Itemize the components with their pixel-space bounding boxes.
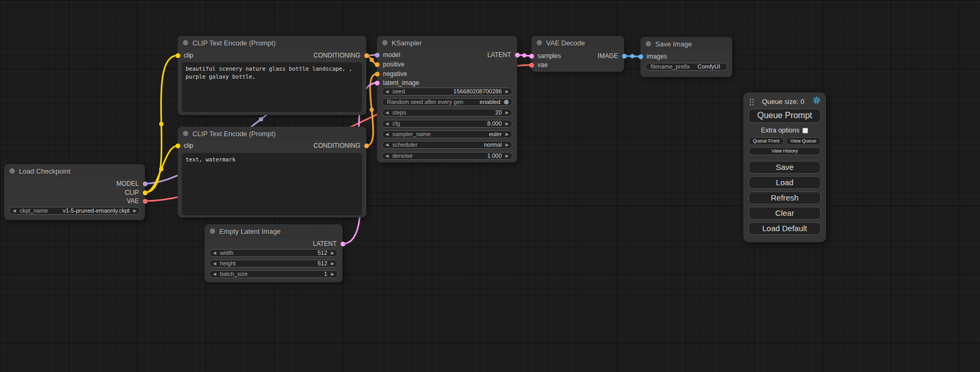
node-graph-canvas[interactable]: Load Checkpoint MODEL CLIP VAE ◀ ckpt_na…: [0, 0, 980, 372]
increment-arrow-icon[interactable]: ▶: [506, 141, 509, 148]
increment-arrow-icon[interactable]: ▶: [506, 152, 509, 159]
output-label: LATENT: [487, 51, 511, 59]
input-label: model: [383, 51, 401, 59]
image-output-port[interactable]: [622, 54, 627, 59]
conditioning-output-port[interactable]: [364, 53, 369, 58]
node-title: CLIP Text Encode (Prompt): [192, 130, 276, 138]
increment-arrow-icon[interactable]: ▶: [133, 207, 137, 214]
increment-arrow-icon[interactable]: ▶: [331, 260, 334, 267]
model-output-port[interactable]: [143, 182, 148, 186]
scheduler-combo-widget[interactable]: ◀ scheduler normal ▶: [382, 141, 512, 149]
drag-handle-icon[interactable]: [749, 98, 754, 106]
decrement-arrow-icon[interactable]: ◀: [385, 141, 389, 148]
filename-prefix-text-widget[interactable]: filename_prefix ComfyUI: [645, 63, 727, 71]
port-row: VAE: [127, 197, 145, 205]
node-collapse-dot-icon[interactable]: [183, 131, 188, 136]
node-load-checkpoint[interactable]: Load Checkpoint MODEL CLIP VAE ◀ ckpt_na…: [4, 164, 145, 220]
link-midpoint-dot: [159, 122, 163, 126]
decrement-arrow-icon[interactable]: ◀: [385, 131, 389, 138]
positive-prompt-textarea[interactable]: beautiful scenery nature glass bottle la…: [182, 62, 362, 112]
latent-image-input-port[interactable]: [375, 81, 380, 85]
widget-value: euler: [489, 131, 501, 138]
output-label: IMAGE: [598, 52, 618, 60]
steps-number-widget[interactable]: ◀ steps 20 ▶: [382, 109, 512, 117]
denoise-number-widget[interactable]: ◀ denoise 1.000 ▶: [382, 152, 512, 160]
widget-value: 512: [317, 260, 327, 267]
decrement-arrow-icon[interactable]: ◀: [385, 109, 389, 116]
refresh-button[interactable]: Refresh: [749, 192, 821, 204]
width-number-widget[interactable]: ◀ width 512 ▶: [209, 249, 338, 257]
save-button[interactable]: Save: [749, 161, 821, 174]
node-header[interactable]: Load Checkpoint: [4, 164, 145, 178]
model-input-port[interactable]: [375, 53, 380, 58]
port-row: MODEL: [117, 179, 145, 188]
seed-number-widget[interactable]: ◀ seed 156680208700286 ▶: [382, 88, 512, 96]
load-default-button[interactable]: Load Default: [749, 222, 821, 235]
queue-prompt-button[interactable]: Queue Prompt: [749, 109, 821, 123]
node-empty-latent-image[interactable]: Empty Latent Image LATENT ◀ width 512 ▶ …: [205, 224, 343, 282]
node-header[interactable]: KSampler: [377, 36, 517, 50]
cfg-number-widget[interactable]: ◀ cfg 8.000 ▶: [382, 120, 512, 128]
conditioning-output-port[interactable]: [364, 144, 369, 148]
port-row: LATENT: [487, 51, 517, 59]
node-collapse-dot-icon[interactable]: [382, 40, 387, 45]
queue-front-button[interactable]: Queue Front: [749, 137, 784, 145]
node-clip-text-encode-positive[interactable]: CLIP Text Encode (Prompt) clip CONDITION…: [178, 36, 366, 115]
node-collapse-dot-icon[interactable]: [183, 40, 188, 45]
node-collapse-dot-icon[interactable]: [537, 40, 542, 45]
clip-input-port[interactable]: [176, 144, 180, 148]
node-header[interactable]: CLIP Text Encode (Prompt): [178, 127, 366, 140]
batch-size-number-widget[interactable]: ◀ batch_size 1 ▶: [209, 270, 338, 278]
view-history-button[interactable]: View History: [749, 147, 821, 155]
node-collapse-dot-icon[interactable]: [210, 228, 215, 234]
node-save-image[interactable]: Save Image images filename_prefix ComfyU…: [641, 37, 732, 77]
increment-arrow-icon[interactable]: ▶: [331, 250, 334, 256]
settings-gear-icon[interactable]: [812, 96, 821, 107]
increment-arrow-icon[interactable]: ▶: [506, 109, 509, 116]
node-collapse-dot-icon[interactable]: [9, 168, 15, 174]
node-header[interactable]: CLIP Text Encode (Prompt): [178, 36, 366, 50]
latent-output-port[interactable]: [341, 242, 345, 246]
extra-options-checkbox[interactable]: [802, 128, 808, 133]
input-label: clip: [184, 142, 193, 149]
node-collapse-dot-icon[interactable]: [646, 41, 651, 46]
load-button[interactable]: Load: [749, 176, 821, 189]
ckpt-name-combo-widget[interactable]: ◀ ckpt_name v1-5-pruned-emaonly.ckpt ▶: [9, 207, 140, 215]
increment-arrow-icon[interactable]: ▶: [506, 120, 509, 127]
increment-arrow-icon[interactable]: ▶: [506, 131, 509, 138]
decrement-arrow-icon[interactable]: ◀: [385, 88, 389, 95]
node-vae-decode[interactable]: VAE Decode samples vae IMAGE: [531, 36, 624, 72]
queue-size-label: Queue size: 0: [762, 98, 804, 106]
clip-output-port[interactable]: [143, 190, 148, 195]
increment-arrow-icon[interactable]: ▶: [506, 88, 509, 95]
decrement-arrow-icon[interactable]: ◀: [213, 250, 216, 256]
port-row: IMAGE: [598, 52, 624, 60]
images-input-port[interactable]: [638, 54, 643, 59]
clear-button[interactable]: Clear: [749, 207, 821, 220]
negative-prompt-textarea[interactable]: text, watermark: [182, 153, 362, 215]
decrement-arrow-icon[interactable]: ◀: [13, 207, 16, 214]
node-header[interactable]: Empty Latent Image: [205, 224, 343, 238]
clip-input-port[interactable]: [176, 53, 180, 58]
decrement-arrow-icon[interactable]: ◀: [213, 260, 216, 267]
node-clip-text-encode-negative[interactable]: CLIP Text Encode (Prompt) clip CONDITION…: [178, 127, 366, 217]
increment-arrow-icon[interactable]: ▶: [331, 271, 334, 278]
decrement-arrow-icon[interactable]: ◀: [213, 271, 216, 278]
negative-input-port[interactable]: [375, 72, 380, 77]
node-header[interactable]: VAE Decode: [531, 36, 624, 50]
widget-label: batch_size: [220, 271, 248, 278]
random-seed-toggle-widget[interactable]: Random seed after every gen enabled: [382, 98, 512, 106]
positive-input-port[interactable]: [375, 62, 380, 67]
node-header[interactable]: Save Image: [641, 37, 732, 51]
vae-output-port[interactable]: [143, 199, 148, 204]
view-queue-button[interactable]: View Queue: [786, 137, 821, 145]
decrement-arrow-icon[interactable]: ◀: [385, 152, 389, 159]
height-number-widget[interactable]: ◀ height 512 ▶: [209, 260, 338, 268]
latent-output-port[interactable]: [515, 53, 520, 58]
decrement-arrow-icon[interactable]: ◀: [385, 120, 389, 127]
sampler-name-combo-widget[interactable]: ◀ sampler_name euler ▶: [382, 130, 512, 138]
node-ksampler[interactable]: KSampler model positive negative latent_…: [377, 36, 517, 163]
samples-input-port[interactable]: [529, 54, 534, 59]
toggle-dot-icon[interactable]: [504, 100, 509, 104]
vae-input-port[interactable]: [529, 63, 534, 68]
